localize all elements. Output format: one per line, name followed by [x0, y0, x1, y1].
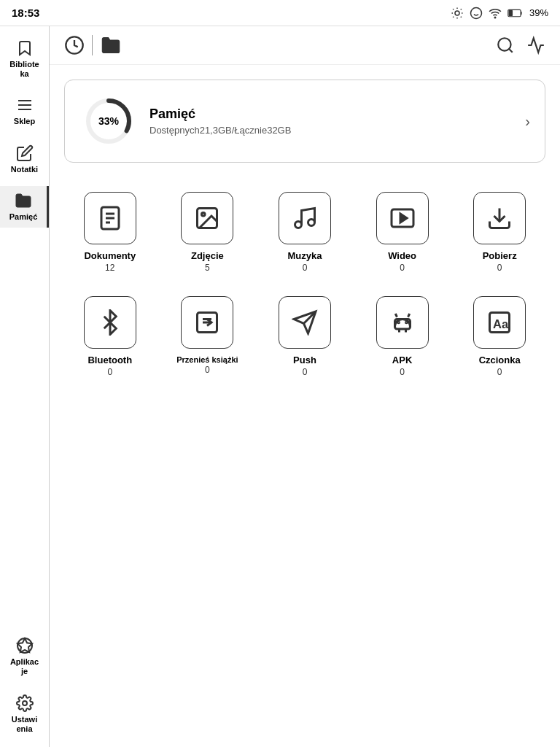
- muzyka-icon-box: [279, 192, 331, 244]
- sidebar-item-biblioteka-label: Biblioteka: [9, 60, 39, 79]
- settings-icon: [16, 694, 34, 712]
- dokumenty-icon-box: [84, 192, 136, 244]
- svg-line-8: [461, 9, 462, 9]
- dokumenty-name: Dokumenty: [84, 250, 136, 263]
- toolbar-right: [496, 36, 545, 55]
- image-icon: [194, 205, 220, 231]
- status-icons: 39%: [451, 7, 548, 20]
- push-icon-box: [279, 296, 331, 349]
- store-icon: [16, 96, 34, 114]
- toolbar: [50, 26, 560, 65]
- storage-arrow-icon: ›: [525, 113, 530, 130]
- push-name: Push: [293, 355, 316, 367]
- przenies-name: Przenieś książki: [176, 355, 238, 365]
- status-time: 18:53: [12, 7, 39, 19]
- storage-subtitle: Dostępnych21,3GB/Łącznie32GB: [149, 125, 510, 136]
- storage-percent-label: 33%: [98, 115, 119, 127]
- wideo-icon-box: [376, 192, 429, 244]
- file-item-czcionka[interactable]: Aa Czcionka 0: [451, 285, 548, 389]
- svg-point-44: [405, 322, 407, 323]
- sidebar: Biblioteka Sklep Notatki Pamięć: [0, 26, 50, 747]
- music-icon: [292, 205, 318, 231]
- zdjecie-name: Zdjęcie: [191, 250, 224, 263]
- svg-line-23: [509, 49, 513, 53]
- zdjecie-icon-box: [181, 192, 233, 244]
- storage-title: Pamięć: [149, 107, 510, 122]
- storage-info: Pamięć Dostępnych21,3GB/Łącznie32GB: [149, 107, 510, 136]
- content-area: 33% Pamięć Dostępnych21,3GB/Łącznie32GB …: [50, 26, 560, 747]
- svg-point-22: [498, 38, 510, 50]
- file-item-bluetooth[interactable]: Bluetooth 0: [61, 285, 159, 389]
- sidebar-item-pamiec[interactable]: Pamięć: [0, 186, 49, 228]
- wifi-icon: [489, 7, 502, 20]
- download-icon: [486, 205, 513, 231]
- svg-point-32: [295, 222, 301, 228]
- file-item-apk[interactable]: APK 0: [354, 285, 451, 389]
- folder-icon[interactable]: [100, 35, 122, 55]
- pobierz-count: 0: [497, 263, 502, 273]
- zdjecie-count: 5: [205, 263, 210, 273]
- muzyka-count: 0: [303, 263, 308, 273]
- bluetooth-icon: [97, 309, 123, 336]
- android-icon: [389, 309, 416, 336]
- storage-circle: 33%: [82, 95, 135, 147]
- book-icon: [16, 39, 34, 57]
- file-item-push[interactable]: Push 0: [256, 285, 354, 389]
- przenies-icon-box: [181, 296, 233, 349]
- file-item-przenies[interactable]: Przenieś książki 0: [159, 285, 257, 389]
- edit-icon: [16, 144, 34, 162]
- dokumenty-count: 12: [105, 263, 114, 273]
- svg-marker-35: [400, 214, 407, 222]
- battery-percent: 39%: [529, 7, 548, 18]
- bluetooth-name: Bluetooth: [88, 355, 132, 367]
- sidebar-item-sklep[interactable]: Sklep: [0, 90, 49, 132]
- sidebar-item-sklep-label: Sklep: [14, 117, 35, 126]
- folder-filled-icon: [15, 192, 32, 209]
- file-item-dokumenty[interactable]: Dokumenty 12: [61, 180, 159, 285]
- svg-text:Aa: Aa: [493, 317, 509, 330]
- file-item-wideo[interactable]: Wideo 0: [354, 180, 451, 285]
- pobierz-name: Pobierz: [483, 250, 517, 263]
- brightness-icon: [451, 7, 464, 20]
- smiley-icon: [470, 7, 483, 20]
- push-count: 0: [303, 367, 308, 377]
- battery-icon: [508, 8, 524, 18]
- apk-icon-box: [376, 296, 429, 349]
- apps-icon: [16, 637, 34, 654]
- sidebar-item-pamiec-label: Pamięć: [9, 212, 38, 222]
- svg-line-7: [453, 16, 454, 17]
- status-bar: 18:53: [0, 0, 560, 26]
- video-icon: [389, 205, 416, 231]
- sidebar-item-notatki[interactable]: Notatki: [0, 139, 49, 180]
- svg-point-0: [455, 11, 459, 15]
- wideo-name: Wideo: [388, 250, 416, 263]
- svg-point-33: [308, 220, 314, 226]
- toolbar-divider: [92, 35, 93, 55]
- muzyka-name: Muzyka: [288, 250, 322, 263]
- toolbar-left: [64, 35, 487, 55]
- clock-icon[interactable]: [64, 35, 85, 55]
- transfer-icon: [194, 309, 220, 336]
- sidebar-item-biblioteka[interactable]: Biblioteka: [0, 34, 49, 85]
- file-item-zdjecie[interactable]: Zdjęcie 5: [159, 180, 257, 285]
- svg-point-12: [494, 17, 496, 18]
- sidebar-item-ustawienia-label: Ustawienia: [12, 715, 37, 734]
- file-grid: Dokumenty 12 Zdjęcie 5: [50, 174, 560, 395]
- file-item-pobierz[interactable]: Pobierz 0: [451, 180, 548, 285]
- sidebar-item-ustawienia[interactable]: Ustawienia: [0, 689, 49, 740]
- file-item-muzyka[interactable]: Muzyka 0: [256, 180, 354, 285]
- apk-name: APK: [392, 355, 412, 367]
- bluetooth-count: 0: [107, 367, 112, 377]
- svg-line-4: [461, 16, 462, 17]
- storage-card[interactable]: 33% Pamięć Dostępnych21,3GB/Łącznie32GB …: [64, 80, 545, 163]
- push-icon: [292, 309, 318, 336]
- sidebar-item-aplikacje[interactable]: Aplikacje: [0, 631, 49, 682]
- sidebar-item-notatki-label: Notatki: [11, 165, 38, 174]
- czcionka-count: 0: [497, 367, 502, 377]
- search-icon[interactable]: [496, 36, 515, 55]
- apk-count: 0: [400, 367, 405, 377]
- wideo-count: 0: [400, 263, 405, 273]
- svg-line-3: [453, 9, 454, 9]
- svg-point-20: [23, 701, 27, 705]
- chart-icon[interactable]: [526, 36, 545, 55]
